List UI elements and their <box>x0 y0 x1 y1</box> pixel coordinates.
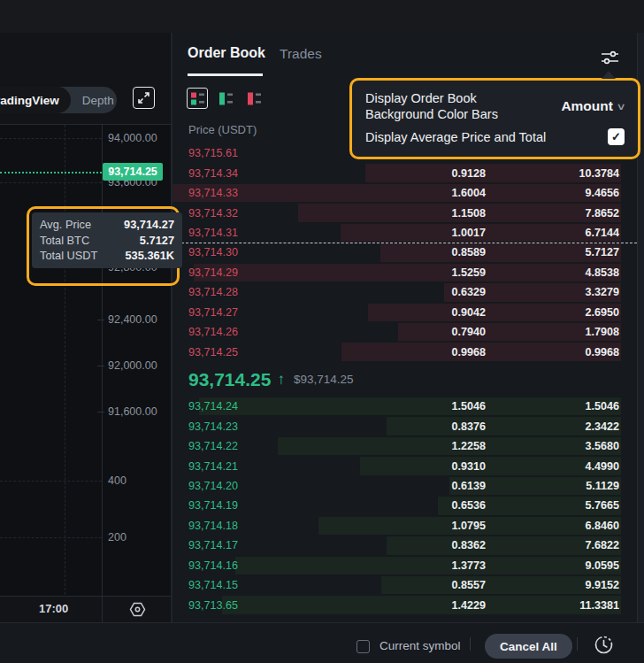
toggle-depth[interactable]: Depth <box>71 87 126 113</box>
axis-label: 200 <box>108 531 126 544</box>
order-history-icon[interactable] <box>594 635 614 655</box>
price-up-arrow-icon: ↑ <box>277 371 285 389</box>
bid-total: 5.1129 <box>486 480 621 492</box>
bids-list: 93,714.241.50461.504693,714.230.83762.34… <box>172 397 621 615</box>
top-strip <box>0 0 644 34</box>
time-axis[interactable]: 17:00 <box>0 596 171 622</box>
bid-amount: 1.4229 <box>371 599 486 612</box>
bid-amount: 0.8376 <box>371 420 486 433</box>
orderbook-bid-row[interactable]: 93,714.241.50461.5046 <box>172 397 621 416</box>
bid-total: 6.8460 <box>486 520 621 532</box>
bid-total: 11.3381 <box>486 599 621 612</box>
orderbook-bid-row[interactable]: 93,713.651.422911.3381 <box>172 595 621 614</box>
orderbook-ask-row[interactable]: 93,714.260.79401.7908 <box>172 322 621 342</box>
chevron-down-icon: ∨ <box>616 101 625 112</box>
tab-order-book[interactable]: Order Book <box>188 45 265 61</box>
popup-arrow <box>602 71 616 79</box>
ask-price: 93,714.29 <box>172 266 371 279</box>
bid-amount: 0.9310 <box>371 460 486 473</box>
axis-tick <box>97 412 104 412</box>
orderbook-ask-row[interactable]: 93,714.300.85895.7127 <box>172 243 621 262</box>
tooltip-label: Avg. Price <box>40 217 91 233</box>
bid-total: 5.7665 <box>486 499 621 512</box>
bid-total: 7.6822 <box>486 539 621 551</box>
orderbook-bid-row[interactable]: 93,714.190.65365.7665 <box>172 496 621 515</box>
bid-amount: 1.5046 <box>371 400 486 412</box>
last-price-row[interactable]: 93,714.25 ↑ $93,714.25 <box>188 362 354 397</box>
bid-price: 93,714.20 <box>172 480 371 492</box>
orderbook-ask-row[interactable]: 93,714.331.60049.4656 <box>172 183 621 203</box>
orderbook-bid-row[interactable]: 93,714.170.83627.6822 <box>172 536 621 555</box>
ask-amount: 0.8589 <box>371 246 486 258</box>
background-bars-dropdown[interactable]: Amount ∨ <box>561 98 625 114</box>
chart-view-toggle: radingView Depth <box>0 87 117 113</box>
bid-amount: 1.3773 <box>371 559 486 572</box>
bid-total: 9.9152 <box>486 579 621 591</box>
last-price-badge: 93,714.25 <box>103 163 163 181</box>
axis-tick <box>97 320 104 320</box>
orderbook-view-modes <box>187 88 264 109</box>
expand-icon[interactable] <box>133 87 155 109</box>
column-header-price: Price (USDT) <box>188 123 257 136</box>
bid-total: 9.0595 <box>486 559 621 572</box>
orderbook-settings-icon[interactable] <box>600 48 620 68</box>
ask-total: 4.8538 <box>486 266 621 279</box>
orderbook-settings-popup: Display Order Book Background Color Bars… <box>349 78 640 159</box>
bid-price: 93,714.18 <box>172 520 371 532</box>
last-price-line <box>0 172 102 173</box>
tooltip-value: 93,714.27 <box>124 217 174 233</box>
bid-price: 93,714.19 <box>172 499 371 512</box>
footer-divider <box>577 637 578 651</box>
tooltip-row: Total USDT535.361K <box>40 248 174 264</box>
bid-amount: 1.0795 <box>371 520 486 532</box>
ask-price: 93,714.33 <box>172 187 371 199</box>
avg-price-checkbox[interactable]: ✓ <box>608 128 625 145</box>
bid-price: 93,714.21 <box>172 460 371 473</box>
gridline <box>0 138 102 139</box>
ask-total: 10.3784 <box>486 167 621 180</box>
current-symbol-checkbox[interactable] <box>356 640 370 653</box>
axis-label: 91,600.00 <box>108 405 157 418</box>
view-asks-icon[interactable] <box>243 88 264 109</box>
orderbook-ask-row[interactable]: 93,714.270.90422.6950 <box>172 303 621 322</box>
ask-amount: 0.9042 <box>371 306 486 319</box>
ask-price: 93,714.31 <box>172 227 371 239</box>
ask-price: 93,714.28 <box>172 286 371 298</box>
gridline <box>0 481 102 482</box>
view-bids-icon[interactable] <box>215 88 236 109</box>
orderbook-bid-row[interactable]: 93,714.230.83762.3422 <box>172 416 621 436</box>
bid-price: 93,714.24 <box>172 400 371 412</box>
orderbook-bid-row[interactable]: 93,714.221.22583.5680 <box>172 436 621 456</box>
active-tab-underline <box>188 73 263 76</box>
orderbook-ask-row[interactable]: 93,714.291.52594.8538 <box>172 263 621 282</box>
view-both-icon[interactable] <box>187 88 208 109</box>
ask-price: 93,714.27 <box>172 306 371 319</box>
bid-price: 93,714.23 <box>172 420 371 433</box>
bid-price: 93,713.65 <box>172 599 371 612</box>
chart-settings-icon[interactable] <box>127 599 148 620</box>
orderbook-bid-row[interactable]: 93,714.200.61395.1129 <box>172 476 621 496</box>
orderbook-bid-row[interactable]: 93,714.150.85579.9152 <box>172 575 621 595</box>
orderbook-ask-row[interactable]: 93,714.311.00176.7144 <box>172 223 621 243</box>
bid-price: 93,714.22 <box>172 440 371 452</box>
ask-amount: 1.0017 <box>371 227 486 239</box>
ask-amount: 0.9968 <box>371 346 486 358</box>
orderbook-ask-row[interactable]: 93,714.340.912810.3784 <box>172 163 621 182</box>
asks-list: 93,715.6193,714.340.912810.378493,714.33… <box>172 143 621 362</box>
orderbook-ask-row[interactable]: 93,714.321.15087.8652 <box>172 203 621 222</box>
orderbook-ask-row[interactable]: 93,714.250.99680.9968 <box>172 342 621 361</box>
bid-amount: 0.8362 <box>371 539 486 551</box>
background-bars-label: Display Order Book Background Color Bars <box>365 90 498 122</box>
orderbook-bid-row[interactable]: 93,714.210.93104.4990 <box>172 456 621 475</box>
ask-total: 3.3279 <box>486 286 621 298</box>
ask-total: 2.6950 <box>486 306 621 319</box>
cancel-all-button[interactable]: Cancel All <box>485 634 572 659</box>
tab-trades[interactable]: Trades <box>280 46 322 62</box>
orderbook-ask-row[interactable]: 93,714.280.63293.3279 <box>172 282 621 302</box>
orderbook-bid-row[interactable]: 93,714.161.37739.0595 <box>172 556 621 575</box>
orderbook-bid-row[interactable]: 93,714.181.07956.8460 <box>172 516 621 536</box>
toggle-tradingview[interactable]: radingView <box>0 87 71 113</box>
bid-amount: 0.8557 <box>371 579 486 591</box>
axis-tick <box>97 366 104 366</box>
bid-price: 93,714.15 <box>172 579 371 591</box>
